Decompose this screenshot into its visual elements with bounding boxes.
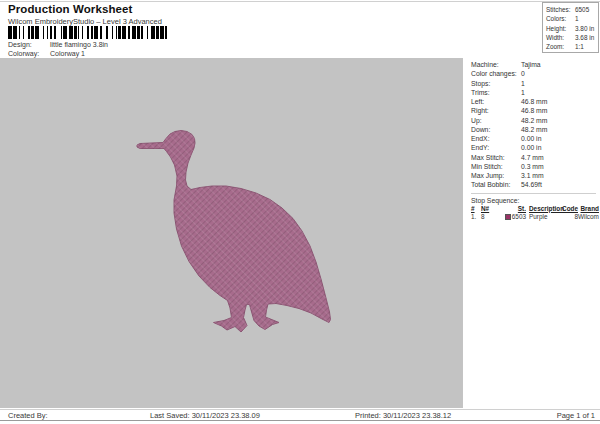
app-subtitle: Wilcom EmbroideryStudio – Level 3 Advanc… [8,17,162,26]
spec-value: 0.00 in [521,134,596,143]
summary-label: Colors: [546,14,575,23]
design-row: Design:little flamingo 3.8in [8,41,108,48]
design-barcode [8,26,168,39]
machine-info-panel: Machine: Tajima Color changes: 0 Stops: … [462,58,600,408]
design-summary-box: Stitches: 6505 Colors: 1 Height: 3.80 in… [542,2,599,53]
thread-row-description: Purple [526,213,563,222]
spec-value: 1 [521,88,596,97]
summary-row: Stitches: 6505 [546,5,596,14]
spec-label: Max Jump: [471,171,521,180]
summary-row: Colors: 1 [546,14,596,23]
stitch-texture-b [137,131,331,333]
spec-label: Color changes: [471,69,521,78]
thread-row-brand: Wilcom [578,213,599,222]
spec-row: Max Jump: 3.1 mm [471,171,596,180]
colorway-value: Colorway 1 [50,50,85,57]
spec-value: 3.1 mm [521,171,596,180]
spec-row: Total Bobbin: 54.69ft [471,180,596,189]
footer-page-number: Page 1 of 1 [557,411,595,420]
design-value: little flamingo 3.8in [50,41,108,48]
spec-label: Trims: [471,88,521,97]
spec-value: 0 [521,69,596,78]
page-title: Production Worksheet [8,3,132,15]
spec-label: Max Stitch: [471,153,521,162]
footer-printed: Printed: 30/11/2023 23.38.12 [355,411,451,420]
summary-label: Height: [546,24,575,33]
spec-row: Max Stitch: 4.7 mm [471,153,596,162]
spec-label: Left: [471,97,521,106]
spec-row: Left: 46.8 mm [471,97,596,106]
spec-row: Up: 48.2 mm [471,116,596,125]
summary-row: Zoom: 1:1 [546,42,596,51]
col-header-needle: N# [481,205,496,214]
thread-row-num: 1. [471,213,481,222]
spec-row: Right: 46.8 mm [471,106,596,115]
spec-label: Min Stitch: [471,162,521,171]
spec-label: Down: [471,125,521,134]
thread-row-needle: 8 [481,213,496,222]
spec-label: Up: [471,116,521,125]
col-header-stitches: St. [518,205,526,214]
thread-stitch-count: 6503 [512,213,526,220]
design-canvas [0,58,462,408]
col-header-brand: Brand [580,205,598,214]
col-header-description: Description [526,205,563,214]
spec-row: EndY: 0.00 in [471,143,596,152]
footer-top-line [0,409,600,410]
spec-value: 1 [521,79,596,88]
spec-label: Right: [471,106,521,115]
spec-row: Trims: 1 [471,88,596,97]
summary-value: 3.80 in [575,24,596,33]
summary-label: Width: [546,33,575,42]
summary-label: Stitches: [546,5,575,14]
summary-value: 3.68 in [575,33,596,42]
spec-label: Stops: [471,79,521,88]
spec-label: EndY: [471,143,521,152]
spec-row: Stops: 1 [471,79,596,88]
summary-value: 1 [575,14,596,23]
spec-label: Machine: [471,60,521,69]
design-label: Design: [8,41,50,48]
col-header-code: Code [562,205,578,214]
spec-value: Tajima [521,60,596,69]
summary-label: Zoom: [546,42,575,51]
machine-spec-list: Machine: Tajima Color changes: 0 Stops: … [471,60,596,190]
footer-bottom-line [0,420,600,421]
thread-row-stitches: 6503 [505,213,526,222]
colorway-label: Colorway: [8,50,50,57]
spec-row: Color changes: 0 [471,69,596,78]
spec-value: 0.3 mm [521,162,596,171]
spec-value: 4.7 mm [521,153,596,162]
footer-last-saved: Last Saved: 30/11/2023 23.38.09 [150,411,260,420]
spec-value: 46.8 mm [521,97,596,106]
summary-row: Height: 3.80 in [546,24,596,33]
production-worksheet-page: { "page": { "title": "Production Workshe… [0,0,600,424]
stop-sequence-label: Stop Sequence: [471,196,596,205]
top-border-line [0,1,600,2]
spec-row: Down: 48.2 mm [471,125,596,134]
summary-row: Width: 3.68 in [546,33,596,42]
stop-sequence-table: # N# St. Description Code Brand 1. 8 650… [471,205,596,222]
colorway-row: Colorway:Colorway 1 [8,50,85,57]
spec-value: 54.69ft [521,180,596,189]
flamingo-design [0,58,462,408]
spec-label: Total Bobbin: [471,180,521,189]
spec-row: EndX: 0.00 in [471,134,596,143]
summary-value: 1:1 [575,42,596,51]
spec-value: 48.2 mm [521,116,596,125]
stop-sequence-section: Stop Sequence: # N# St. Description Code… [471,193,596,222]
col-header-num: # [471,205,481,214]
spec-value: 48.2 mm [521,125,596,134]
spec-label: EndX: [471,134,521,143]
spec-value: 0.00 in [521,143,596,152]
thread-color-swatch [505,214,511,220]
spec-row: Min Stitch: 0.3 mm [471,162,596,171]
footer-created-by: Created By: [8,411,48,420]
spec-row: Machine: Tajima [471,60,596,69]
spec-value: 46.8 mm [521,106,596,115]
summary-value: 6505 [575,5,596,14]
